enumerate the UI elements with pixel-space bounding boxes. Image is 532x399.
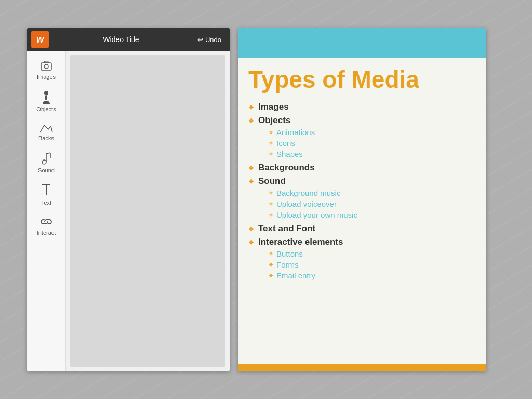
diamond-sm-shapes: ❖ — [269, 151, 273, 157]
list-item-email: ❖ Email entry — [269, 270, 343, 281]
diamond-sm-forms: ❖ — [269, 262, 273, 268]
diamond-sm-bg-music: ❖ — [269, 190, 273, 196]
list-item-objects: ❖ Objects ❖ Animations ❖ Icons — [248, 114, 472, 161]
music-icon — [41, 152, 51, 165]
list-item-forms: ❖ Forms — [269, 259, 343, 270]
diamond-sm-email: ❖ — [269, 273, 273, 278]
list-item-backgrounds: ❖ Backgrounds — [248, 161, 472, 175]
editor-panel: w Wideo Title ↩ Undo — [27, 28, 230, 371]
sidebar-item-sound[interactable]: Sound — [27, 147, 65, 179]
list-item-buttons: ❖ Buttons — [269, 248, 343, 259]
sub-list-objects: ❖ Animations ❖ Icons ❖ Shapes — [258, 127, 315, 159]
sidebar-item-text[interactable]: Text — [27, 179, 65, 211]
editor-topbar: w Wideo Title ↩ Undo — [27, 28, 230, 51]
list-item-icons: ❖ Icons — [269, 138, 315, 149]
diamond-sm-icons: ❖ — [269, 140, 273, 146]
list-item-sound-label: Sound — [258, 176, 286, 186]
undo-label: Undo — [205, 36, 221, 44]
list-item-text-label: Text and Font — [258, 223, 315, 233]
list-item-objects-label: Objects — [258, 115, 290, 125]
svg-rect-4 — [45, 95, 47, 100]
diamond-sm-animations: ❖ — [269, 129, 273, 135]
sidebar: Images Objects — [27, 51, 66, 371]
list-item-own-music: ❖ Upload your own music — [269, 209, 357, 220]
sidebar-item-objects[interactable]: Objects — [27, 85, 65, 117]
editor-body: Images Objects — [27, 51, 230, 371]
text-icon — [42, 184, 51, 197]
email-label: Email entry — [276, 271, 315, 280]
camera-icon — [40, 60, 52, 72]
icons-label: Icons — [276, 139, 295, 148]
sidebar-item-objects-label: Objects — [36, 106, 56, 112]
main-container: w Wideo Title ↩ Undo — [27, 28, 505, 371]
diamond-icon-backgrounds: ❖ — [248, 165, 254, 172]
diamond-icon-text: ❖ — [248, 225, 254, 233]
link-icon — [39, 216, 53, 228]
svg-rect-2 — [44, 61, 48, 63]
logo-text: w — [36, 34, 44, 45]
wideo-logo[interactable]: w — [31, 31, 49, 48]
bullet-list: ❖ Images ❖ Objects ❖ Animations — [248, 100, 472, 283]
shapes-label: Shapes — [276, 150, 303, 158]
list-item-interactive-label: Interactive elements — [258, 237, 343, 247]
voiceover-label: Upload voiceover — [276, 200, 337, 208]
buttons-label: Buttons — [276, 249, 303, 258]
slide-header — [238, 28, 486, 58]
sidebar-item-images-label: Images — [37, 74, 56, 80]
list-item-bg-music: ❖ Background music — [269, 188, 357, 198]
list-item-images: ❖ Images — [248, 100, 472, 114]
diamond-sm-buttons: ❖ — [269, 251, 273, 257]
diamond-icon-images: ❖ — [248, 104, 254, 111]
bg-music-label: Background music — [276, 189, 340, 197]
svg-point-1 — [44, 64, 48, 69]
list-item-text: ❖ Text and Font — [248, 222, 472, 235]
own-music-label: Upload your own music — [276, 210, 357, 219]
sidebar-item-backs[interactable]: Backs — [27, 117, 65, 147]
canvas-area[interactable] — [70, 55, 225, 367]
diamond-sm-voiceover: ❖ — [269, 201, 273, 207]
svg-point-3 — [44, 91, 48, 95]
list-item-backgrounds-label: Backgrounds — [258, 163, 315, 172]
svg-line-6 — [46, 153, 50, 154]
undo-arrow-icon: ↩ — [197, 36, 203, 44]
sidebar-item-backs-label: Backs — [38, 135, 54, 141]
mountain-icon — [39, 123, 53, 133]
diamond-icon-objects: ❖ — [248, 117, 254, 125]
diamond-icon-sound: ❖ — [248, 178, 254, 185]
list-item-interactive: ❖ Interactive elements ❖ Buttons ❖ Forms — [248, 235, 472, 283]
sub-list-interactive: ❖ Buttons ❖ Forms ❖ Email entry — [258, 248, 343, 281]
slide-footer — [238, 364, 486, 371]
list-item-shapes: ❖ Shapes — [269, 149, 315, 159]
list-item-images-label: Images — [258, 102, 289, 112]
editor-title: Wideo Title — [53, 35, 189, 44]
sub-list-sound: ❖ Background music ❖ Upload voiceover ❖ … — [258, 188, 357, 220]
diamond-icon-interactive: ❖ — [248, 239, 254, 246]
sidebar-item-text-label: Text — [41, 200, 51, 206]
undo-button[interactable]: ↩ Undo — [193, 34, 225, 46]
animations-label: Animations — [276, 128, 315, 137]
sidebar-item-images[interactable]: Images — [27, 55, 65, 85]
slide-panel: Types of Media ❖ Images ❖ Objects — [238, 28, 486, 371]
person-icon — [42, 90, 51, 104]
slide-title: Types of Media — [248, 66, 472, 93]
forms-label: Forms — [276, 260, 299, 269]
list-item-animations: ❖ Animations — [269, 127, 315, 138]
sidebar-item-sound-label: Sound — [38, 167, 55, 174]
list-item-sound: ❖ Sound ❖ Background music ❖ Upload voic… — [248, 175, 472, 222]
slide-content: Types of Media ❖ Images ❖ Objects — [238, 58, 486, 364]
list-item-voiceover: ❖ Upload voiceover — [269, 198, 357, 209]
diamond-sm-own-music: ❖ — [269, 212, 273, 218]
sidebar-item-interact[interactable]: Interact — [27, 211, 65, 241]
sidebar-item-interact-label: Interact — [37, 230, 56, 236]
svg-rect-0 — [41, 63, 51, 70]
